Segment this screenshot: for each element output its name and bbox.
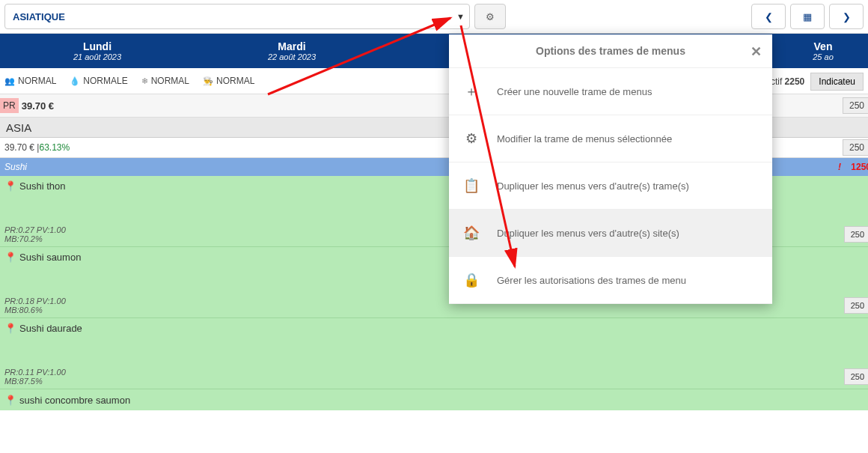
gear-icon: ⚙ (486, 11, 495, 22)
pin-icon: 📍 (4, 395, 16, 406)
options-panel: Options des trames de menus ✕ ＋Créer une… (449, 34, 772, 304)
panel-item[interactable]: ＋Créer une nouvelle trame de menus (449, 68, 772, 115)
info-badge: 👨‍🍳NORMAL (203, 76, 254, 86)
panel-item[interactable]: 📋Dupliquer les menus vers d'autre(s) tra… (449, 162, 772, 210)
panel-item[interactable]: 🔒Gérer les autorisations des trames de m… (449, 257, 772, 304)
chevron-right-icon: ❯ (843, 11, 851, 22)
chef-icon: 👨‍🍳 (203, 76, 213, 86)
pin-icon: 📍 (4, 252, 16, 263)
day-date: 22 août 2023 (268, 52, 316, 61)
prev-week-button[interactable]: ❮ (751, 4, 786, 29)
day-name: Ven (814, 40, 833, 52)
pin-icon: 📍 (4, 323, 16, 334)
panel-item-icon: ⚙ (462, 130, 480, 147)
info-badge: 👥NORMAL (4, 76, 56, 86)
panel-item[interactable]: 🏠Dupliquer les menus vers d'autre(s) sit… (449, 210, 772, 257)
panel-item[interactable]: ⚙Modifier la trame de menus sélectionnée (449, 115, 772, 162)
panel-item-label: Gérer les autorisations des trames de me… (497, 275, 686, 286)
menu-item[interactable]: 📍Sushi dauradePR:0.11 PV:1.00MB:87.5%250 (0, 318, 868, 389)
menu-item-footer: PR:0.11 PV:1.00MB:87.5%250 (0, 366, 868, 389)
options-button[interactable]: ⚙ (474, 4, 506, 29)
pr-badge: PR (0, 98, 19, 113)
item-qty[interactable]: 250 (844, 226, 868, 243)
group-qty: 1250 (851, 162, 868, 172)
info-badge: 💧NORMALE (70, 76, 127, 86)
snow-icon: ❄ (141, 76, 148, 86)
calendar-icon: ▦ (803, 11, 812, 22)
menu-item-title: 📍Sushi daurade (0, 318, 868, 334)
pin-icon: 📍 (4, 180, 16, 192)
chevron-left-icon: ❮ (765, 11, 773, 22)
pr-qty[interactable]: 250 (843, 97, 868, 114)
calendar-button[interactable]: ▦ (790, 4, 825, 29)
day-name: Lundi (83, 40, 111, 52)
indicateur-button[interactable]: Indicateu (810, 73, 864, 91)
trame-select[interactable]: ASIATIQUE ▼ (4, 4, 470, 29)
day-name: Mardi (278, 40, 305, 52)
panel-item-icon: ＋ (462, 82, 480, 100)
panel-item-label: Dupliquer les menus vers d'autre(s) site… (497, 228, 679, 239)
panel-item-label: Modifier la trame de menus sélectionnée (497, 133, 672, 145)
panel-item-label: Dupliquer les menus vers d'autre(s) tram… (497, 180, 689, 192)
panel-item-icon: 🔒 (462, 272, 480, 288)
caret-down-icon: ▼ (456, 12, 465, 21)
close-icon[interactable]: ✕ (751, 43, 762, 60)
stat-qty[interactable]: 250 (843, 139, 868, 156)
panel-item-icon: 📋 (462, 177, 480, 194)
item-qty[interactable]: 250 (844, 368, 868, 385)
panel-title: Options des trames de menus ✕ (449, 34, 772, 68)
people-icon: 👥 (4, 76, 15, 86)
panel-item-icon: 🏠 (462, 225, 480, 241)
day-date: 21 août 2023 (73, 52, 121, 61)
warning-icon: ! (838, 162, 841, 172)
drop-icon: 💧 (70, 76, 80, 86)
day-date: 25 ao (813, 52, 834, 61)
menu-item[interactable]: 📍sushi concombre saumon (0, 389, 868, 410)
panel-item-label: Créer une nouvelle trame de menus (497, 86, 652, 97)
trame-select-label: ASIATIQUE (13, 11, 65, 22)
item-qty[interactable]: 250 (844, 297, 868, 314)
info-badge: ❄NORMAL (141, 76, 189, 86)
pr-price: 39.70 € (22, 100, 54, 112)
next-week-button[interactable]: ❯ (829, 4, 864, 29)
